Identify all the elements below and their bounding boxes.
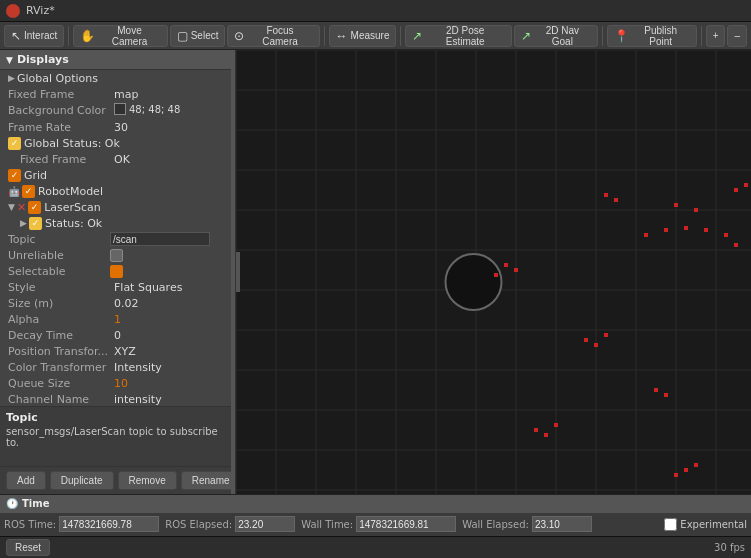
separator2	[324, 26, 325, 46]
position-transformer-value: XYZ	[110, 345, 235, 358]
ros-time-label: ROS Time:	[4, 519, 56, 530]
color-transformer-label: Color Transformer	[0, 361, 110, 374]
background-color-row: Background Color 48; 48; 48	[0, 102, 235, 119]
info-title: Topic	[6, 411, 229, 424]
color-transformer-value: Intensity	[110, 361, 235, 374]
add-tool-button[interactable]: +	[706, 25, 726, 47]
remove-tool-button[interactable]: –	[727, 25, 747, 47]
background-color-box[interactable]: 48; 48; 48	[114, 103, 180, 115]
frame-rate-label: Frame Rate	[0, 121, 110, 134]
robot-model-check: ✓	[22, 185, 35, 198]
move-camera-button[interactable]: ✋ Move Camera	[73, 25, 167, 47]
ros-elapsed-input[interactable]	[235, 516, 295, 532]
move-camera-icon: ✋	[80, 29, 95, 43]
add-button[interactable]: Add	[6, 471, 46, 490]
unreliable-label: Unreliable	[0, 249, 110, 262]
displays-scroll[interactable]: ▶ Global Options Fixed Frame map Backgro…	[0, 70, 235, 406]
reset-button[interactable]: Reset	[6, 539, 50, 556]
ros-elapsed-field: ROS Elapsed:	[165, 516, 295, 532]
robot-model-icon: 🤖	[8, 186, 20, 197]
topic-row[interactable]: Topic	[0, 231, 235, 247]
publish-point-icon: 📍	[614, 29, 629, 43]
wall-time-input[interactable]	[356, 516, 456, 532]
grid-check: ✓	[8, 169, 21, 182]
select-button[interactable]: ▢ Select	[170, 25, 226, 47]
time-header: 🕐 Time	[0, 495, 751, 513]
wall-elapsed-input[interactable]	[532, 516, 592, 532]
color-transformer-row: Color Transformer Intensity	[0, 359, 235, 375]
fixed-frame-label: Fixed Frame	[0, 88, 110, 101]
style-value: Flat Squares	[110, 281, 235, 294]
measure-icon: ↔	[336, 29, 348, 43]
channel-name-row: Channel Name intensity	[0, 391, 235, 406]
alpha-row: Alpha 1	[0, 311, 235, 327]
experimental-field: Experimental	[664, 518, 747, 531]
channel-name-value: intensity	[110, 393, 235, 406]
experimental-checkbox[interactable]	[664, 518, 677, 531]
pose-estimate-icon: ↗	[412, 29, 422, 43]
laser-scan-item[interactable]: ▼ ✕ ✓ LaserScan	[0, 199, 235, 215]
global-options-arrow: ▶	[8, 73, 15, 83]
grid-canvas	[236, 50, 751, 494]
publish-point-button[interactable]: 📍 Publish Point	[607, 25, 697, 47]
3d-view[interactable]	[236, 50, 751, 494]
grid-item[interactable]: ✓ Grid	[0, 167, 235, 183]
selectable-check[interactable]	[110, 265, 123, 278]
alpha-value: 1	[110, 313, 235, 326]
ros-time-field: ROS Time:	[4, 516, 159, 532]
background-color-swatch	[114, 103, 126, 115]
experimental-label: Experimental	[680, 519, 747, 530]
measure-button[interactable]: ↔ Measure	[329, 25, 397, 47]
window-icon	[6, 4, 20, 18]
info-panel: Topic sensor_msgs/LaserScan topic to sub…	[0, 406, 235, 466]
global-options-label: Global Options	[17, 72, 98, 85]
fixed-frame-status-value: OK	[110, 153, 235, 166]
channel-name-label: Channel Name	[0, 393, 110, 406]
select-icon: ▢	[177, 29, 188, 43]
separator5	[701, 26, 702, 46]
nav-goal-icon: ↗	[521, 29, 531, 43]
bottom-bar: Reset 30 fps	[0, 536, 751, 558]
topic-label: Topic	[0, 233, 110, 246]
time-header-label: Time	[22, 498, 49, 509]
global-options-item[interactable]: ▶ Global Options	[0, 70, 235, 86]
decay-time-value: 0	[110, 329, 235, 342]
ros-time-input[interactable]	[59, 516, 159, 532]
fixed-frame-value: map	[110, 88, 235, 101]
laser-scan-check: ✓	[28, 201, 41, 214]
background-color-label: Background Color	[0, 104, 110, 117]
robot-model-item[interactable]: 🤖 ✓ RobotModel	[0, 183, 235, 199]
time-fields: ROS Time: ROS Elapsed: Wall Time: Wall E…	[0, 513, 751, 536]
wall-time-label: Wall Time:	[301, 519, 353, 530]
decay-time-row: Decay Time 0	[0, 327, 235, 343]
global-status-check: ✓	[8, 137, 21, 150]
remove-button[interactable]: Remove	[118, 471, 177, 490]
size-value: 0.02	[110, 297, 235, 310]
unreliable-check[interactable]	[110, 249, 123, 262]
time-clock-icon: 🕐	[6, 498, 18, 509]
laser-scan-label: LaserScan	[44, 201, 101, 214]
main-area: ▼ Displays ▶ Global Options Fixed Frame …	[0, 50, 751, 494]
interact-icon: ↖	[11, 29, 21, 43]
left-panel: ▼ Displays ▶ Global Options Fixed Frame …	[0, 50, 236, 494]
duplicate-button[interactable]: Duplicate	[50, 471, 114, 490]
laser-status-arrow: ▶	[20, 218, 27, 228]
laser-status-item[interactable]: ▶ ✓ Status: Ok	[0, 215, 235, 231]
global-status-item[interactable]: ✓ Global Status: Ok	[0, 135, 235, 151]
nav-goal-button[interactable]: ↗ 2D Nav Goal	[514, 25, 598, 47]
separator3	[400, 26, 401, 46]
rename-button[interactable]: Rename	[181, 471, 236, 490]
focus-camera-button[interactable]: ⊙ Focus Camera	[227, 25, 319, 47]
grid-label: Grid	[24, 169, 47, 182]
fixed-frame-row: Fixed Frame map	[0, 86, 235, 102]
status-bar: 🕐 Time ROS Time: ROS Elapsed: Wall Time:…	[0, 494, 751, 536]
wall-time-field: Wall Time:	[301, 516, 456, 532]
panel-resize-handle[interactable]	[231, 50, 235, 494]
interact-button[interactable]: ↖ Interact	[4, 25, 64, 47]
toolbar: ↖ Interact ✋ Move Camera ▢ Select ⊙ Focu…	[0, 22, 751, 50]
pose-estimate-button[interactable]: ↗ 2D Pose Estimate	[405, 25, 511, 47]
laser-scan-icon: ✕	[17, 201, 26, 214]
frame-rate-value: 30	[110, 121, 235, 134]
topic-input[interactable]	[110, 232, 210, 246]
separator4	[602, 26, 603, 46]
